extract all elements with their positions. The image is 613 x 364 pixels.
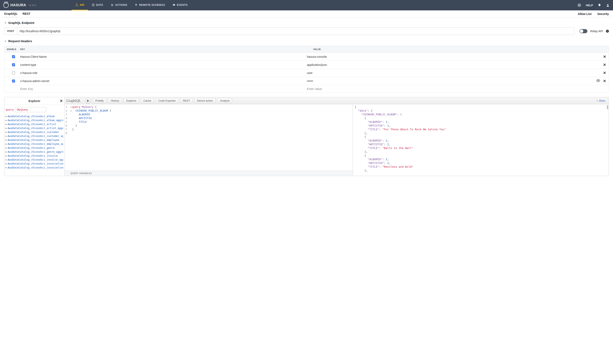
brand-logo[interactable]: HASURA v2.16.0 (3, 2, 36, 8)
result-line: "ARTISTID": 2, (355, 161, 607, 165)
remove-header-icon[interactable]: ✕ (603, 71, 606, 75)
docs-button[interactable]: Docs (595, 99, 607, 102)
subnav-link-allow-list[interactable]: Allow List (578, 12, 592, 16)
remove-header-icon[interactable]: ✕ (603, 54, 606, 59)
settings-icon[interactable] (577, 3, 581, 7)
explorer-item[interactable]: ▶AwsDataCatalog_chinookci_artist_aggrega… (6, 126, 63, 130)
query-editor[interactable]: 12345678 ▼query MyQuery {▼ CHINOOK_PUBLI… (65, 104, 353, 176)
svg-point-10 (598, 80, 599, 81)
code-line[interactable]: ▼ CHINOOK_PUBLIC_ALBUM { (70, 109, 351, 113)
http-method-badge: POST (4, 28, 17, 35)
code-line[interactable]: } (70, 128, 351, 131)
explorer-item[interactable]: ▶AwsDataCatalog_chinookci_artist (6, 122, 63, 126)
explorer-item[interactable]: ▶AwsDataCatalog_chinookci_album_aggregat… (6, 118, 63, 122)
explorer-item[interactable]: ▶AwsDataCatalog_chinookci_invoiceline_ag… (6, 166, 63, 169)
code-line[interactable]: } (70, 124, 351, 128)
toolbar-rest-button[interactable]: REST (180, 98, 193, 103)
endpoint-url-input[interactable] (17, 27, 574, 35)
toolbar-code-exporter-button[interactable]: Code Exporter (156, 98, 179, 103)
explorer-item[interactable]: ▶AwsDataCatalog_chinookci_invoiceline (6, 162, 63, 166)
explorer-item[interactable]: ▶AwsDataCatalog_chinookci_album (6, 114, 63, 118)
toolbar-explorer-button[interactable]: Explorer (124, 98, 139, 103)
execute-button[interactable] (85, 98, 91, 104)
relay-toggle[interactable] (580, 29, 587, 33)
col-value: VALUE (313, 48, 606, 51)
code-line[interactable]: ALBUMID (70, 113, 351, 116)
scrollbar-indicator[interactable] (607, 105, 608, 109)
header-value[interactable]: •••••• (307, 79, 594, 83)
explorer-item[interactable]: ▶AwsDataCatalog_chinookci_genre_aggregat… (6, 150, 63, 154)
chevron-down-icon (4, 40, 7, 42)
explorer-item[interactable]: ▶AwsDataCatalog_chinookci_employee_aggre… (6, 142, 63, 146)
nav-tab-data[interactable]: DATA (88, 0, 107, 10)
toolbar-analyze-button[interactable]: Analyze (217, 98, 232, 103)
caret-right-icon: ▶ (6, 127, 7, 129)
toolbar-prettify-button[interactable]: Prettify (93, 98, 106, 103)
close-icon[interactable]: ✕ (60, 99, 63, 103)
header-key[interactable]: x-hasura-role (20, 71, 307, 75)
user-icon[interactable] (606, 3, 610, 7)
result-line: "TITLE": "Balls to the Wall" (355, 146, 607, 150)
help-link[interactable]: HELP (586, 4, 593, 7)
result-line: { (355, 154, 607, 157)
fold-caret-icon[interactable]: ▼ (70, 109, 72, 113)
code-line[interactable]: ARTISTID (70, 116, 351, 120)
chevron-down-icon (4, 22, 7, 24)
header-row: x-hasura-admin-secret••••••✕ (4, 77, 609, 85)
result-line: "TITLE": "Restless and Wild" (355, 165, 607, 169)
explorer-item[interactable]: ▶AwsDataCatalog_chinookci_customer (6, 130, 63, 134)
notifications-icon[interactable] (598, 3, 601, 7)
query-variables-header[interactable]: QUERY VARIABLES (65, 171, 353, 176)
header-enable-checkbox[interactable] (12, 71, 15, 74)
headers-title: Request Headers (8, 39, 32, 43)
toolbar-cache-button[interactable]: Cache (141, 98, 154, 103)
plug-icon (135, 3, 138, 6)
result-pane[interactable]: { "data": { "CHINOOK_PUBLIC_ALBUM": [ { … (353, 104, 609, 176)
new-header-key-input[interactable] (20, 87, 307, 91)
toolbar-history-button[interactable]: History (108, 98, 122, 103)
explorer-item[interactable]: ▶AwsDataCatalog_chinookci_genre (6, 146, 63, 150)
header-key[interactable]: x-hasura-admin-secret (20, 79, 307, 83)
header-value[interactable]: hasura-console (307, 55, 594, 58)
header-key[interactable]: Hasura-Client-Name (20, 55, 307, 58)
result-line: "ALBUMID": 2, (355, 139, 607, 143)
subnav-tab-rest[interactable]: REST (23, 10, 30, 17)
query-name-input[interactable] (15, 107, 46, 112)
sub-nav: GraphiQLREST Allow ListSecurity (0, 10, 613, 17)
remove-header-icon[interactable]: ✕ (603, 63, 606, 67)
explorer-item[interactable]: ▶AwsDataCatalog_chinookci_invoice (6, 154, 63, 158)
header-value[interactable]: user (307, 71, 594, 75)
endpoint-section-header[interactable]: GraphQL Endpoint (4, 21, 609, 25)
toolbar-derive-action-button[interactable]: Derive action (194, 98, 216, 103)
header-row: content-typeapplication/json✕ (4, 61, 609, 69)
code-line[interactable] (70, 131, 351, 135)
svg-point-1 (92, 4, 94, 5)
nav-tab-events[interactable]: EVENTS (169, 0, 191, 10)
nav-tab-remote-schemas[interactable]: REMOTE SCHEMAS (131, 0, 168, 10)
new-header-value-input[interactable] (307, 87, 594, 91)
subnav-tab-graphiql[interactable]: GraphiQL (4, 10, 18, 17)
headers-section-header[interactable]: Request Headers (4, 39, 609, 43)
explorer-item[interactable]: ▶AwsDataCatalog_chinookci_customer_aggre… (6, 134, 63, 138)
eye-icon[interactable] (596, 79, 600, 83)
endpoint-title: GraphQL Endpoint (8, 21, 34, 25)
header-enable-checkbox[interactable] (12, 55, 15, 58)
result-line: "ALBUMID": 1, (355, 120, 607, 124)
subnav-link-security[interactable]: Security (597, 12, 609, 16)
info-icon[interactable]: i (606, 30, 609, 33)
svg-point-7 (112, 5, 112, 6)
nav-tab-actions[interactable]: ACTIONS (107, 0, 131, 10)
code-line[interactable]: TITLE (70, 120, 351, 124)
header-enable-checkbox[interactable] (12, 79, 15, 82)
remove-header-icon[interactable]: ✕ (603, 79, 606, 83)
explorer-item[interactable]: ▶AwsDataCatalog_chinookci_invoice_aggreg… (6, 158, 63, 162)
header-enable-checkbox[interactable] (12, 63, 15, 66)
fold-caret-icon[interactable]: ▼ (70, 105, 72, 109)
caret-right-icon: ▶ (6, 135, 7, 137)
explorer-item[interactable]: ▶AwsDataCatalog_chinookci_employee (6, 138, 63, 142)
header-value[interactable]: application/json (307, 63, 594, 66)
nav-tab-api[interactable]: API (71, 0, 88, 10)
header-key[interactable]: content-type (20, 63, 307, 66)
code-line[interactable]: ▼query MyQuery { (70, 105, 351, 109)
caret-right-icon: ▶ (6, 139, 7, 141)
